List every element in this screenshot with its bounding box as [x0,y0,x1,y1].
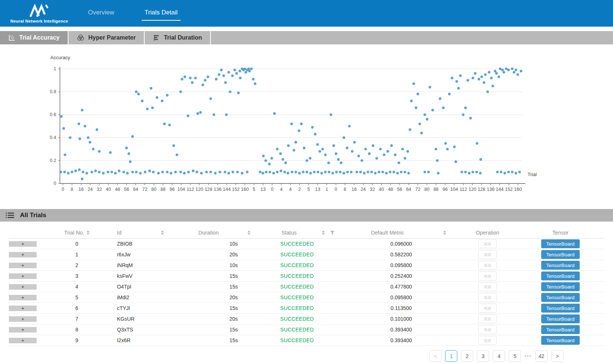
accuracy-scatter-chart: Accuracy10.80.60.40.20081624324048566472… [0,52,613,200]
trial-id-value: Q3xTS [117,324,168,335]
subtab-trial-duration[interactable]: Trial Duration [145,31,211,44]
page-last-button[interactable]: 42 [535,350,548,362]
status-badge: SUCCEEDED [248,324,346,335]
svg-text:0.8: 0.8 [50,89,56,94]
trial-no-value: 4 [37,282,117,292]
tab-trials-detail[interactable]: Trials Detail [144,7,178,20]
svg-text:13: 13 [260,187,266,192]
svg-text:112: 112 [459,187,467,192]
tab-overview[interactable]: Overview [87,7,115,20]
subtab-hyper-parameter[interactable]: Hyper Parameter [68,31,145,44]
kill-button[interactable]: Kill [478,325,497,334]
kill-button[interactable]: Kill [478,293,497,302]
status-badge: SUCCEEDED [248,335,346,346]
table-row: +4O4TpI15sSUCCEEDED0.477800KillTensorBoa… [9,282,604,292]
expand-row-button[interactable]: + [9,316,37,322]
metric-value: 0.101000 [346,314,457,324]
trial-no-value: 6 [37,303,117,313]
col-status[interactable]: Status [248,230,346,236]
page-number-button[interactable]: 3 [477,350,489,362]
duration-value: 20s [168,314,248,324]
kill-button[interactable]: Kill [478,272,497,280]
expand-row-button[interactable]: + [9,338,37,343]
svg-text:120: 120 [469,187,476,192]
kill-button[interactable]: Kill [478,261,497,270]
kill-button[interactable]: Kill [478,314,497,323]
tensorboard-button[interactable]: TensorBoard [541,282,580,291]
kill-button[interactable]: Kill [478,336,497,345]
page-number-button[interactable]: 1 [445,350,457,362]
chart-tab-strip: Trial Accuracy Hyper Parameter Trial Dur… [0,31,613,44]
list-icon [5,211,15,219]
expand-row-button[interactable]: + [9,327,37,333]
col-label: Status [282,230,297,236]
duration-value: 15s [168,282,248,292]
page-next-button[interactable]: > [551,350,563,362]
sort-icon[interactable] [443,230,446,235]
svg-text:72: 72 [142,187,147,192]
kill-button[interactable]: Kill [478,304,497,313]
svg-text:80: 80 [151,187,156,192]
page-number-button[interactable]: 5 [509,350,521,362]
sort-icon[interactable] [161,230,164,235]
svg-text:5: 5 [253,187,255,192]
sort-icon[interactable] [87,230,90,235]
page-number-button[interactable]: 4 [493,350,505,362]
tensorboard-button[interactable]: TensorBoard [541,272,580,280]
svg-text:40: 40 [106,187,111,192]
svg-text:136: 136 [214,187,222,192]
filter-icon[interactable] [330,230,335,235]
svg-text:24: 24 [361,187,366,192]
sort-icon[interactable] [322,230,325,235]
subtab-label: Trial Accuracy [19,34,60,41]
col-duration[interactable]: Duration [168,230,248,236]
scatter-plot-canvas[interactable]: Accuracy10.80.60.40.20081624324048566472… [0,52,613,200]
expand-row-button[interactable]: + [9,273,37,279]
tensorboard-button[interactable]: TensorBoard [541,261,580,270]
tensorboard-button[interactable]: TensorBoard [541,239,580,248]
page-number-button[interactable]: 2 [461,350,473,362]
expand-row-button[interactable]: + [9,263,37,268]
tensorboard-button[interactable]: TensorBoard [541,325,580,334]
col-default-metric[interactable]: Default Metric [346,230,457,236]
page-prev-button[interactable]: < [429,350,441,362]
tensorboard-button[interactable]: TensorBoard [541,314,580,323]
tensorboard-button[interactable]: TensorBoard [541,250,580,259]
col-label: Operation [476,230,499,236]
kill-button[interactable]: Kill [478,282,497,291]
tensorboard-button[interactable]: TensorBoard [541,304,580,313]
svg-text:16: 16 [78,187,84,192]
subtab-trial-accuracy[interactable]: Trial Accuracy [0,31,68,44]
kill-button[interactable]: Kill [478,239,497,248]
expand-row-button[interactable]: + [9,241,37,247]
col-label: Trial No. [64,230,84,236]
svg-text:72: 72 [415,187,420,192]
svg-text:136: 136 [487,187,495,192]
svg-text:0.6: 0.6 [50,112,56,117]
trial-id-value: ksFwV [117,271,168,281]
kill-button[interactable]: Kill [478,250,497,259]
tensorboard-button[interactable]: TensorBoard [541,293,580,302]
trial-id-value: cTYJI [117,303,168,313]
col-label: Default Metric [371,230,404,236]
col-id[interactable]: Id [117,230,168,236]
duration-value: 15s [168,335,248,346]
expand-row-button[interactable]: + [9,306,37,311]
svg-text:16: 16 [351,187,357,192]
metric-value: 0.096000 [346,239,457,249]
svg-text:56: 56 [397,187,402,192]
table-row: +8Q3xTS15sSUCCEEDED0.393400KillTensorBoa… [9,324,604,335]
svg-text:5: 5 [307,187,310,192]
trial-no-value: 1 [37,249,117,260]
svg-text:32: 32 [370,187,375,192]
expand-row-button[interactable]: + [9,284,37,290]
svg-text:1: 1 [326,187,328,192]
col-trial-no[interactable]: Trial No. [37,230,117,236]
expand-row-button[interactable]: + [9,295,37,300]
expand-row-button[interactable]: + [9,252,37,257]
svg-text:24: 24 [88,187,93,192]
svg-text:13: 13 [315,187,320,192]
tensorboard-button[interactable]: TensorBoard [541,336,580,345]
page-ellipsis[interactable]: ••• [525,354,532,359]
scatter-chart-icon [8,34,16,41]
